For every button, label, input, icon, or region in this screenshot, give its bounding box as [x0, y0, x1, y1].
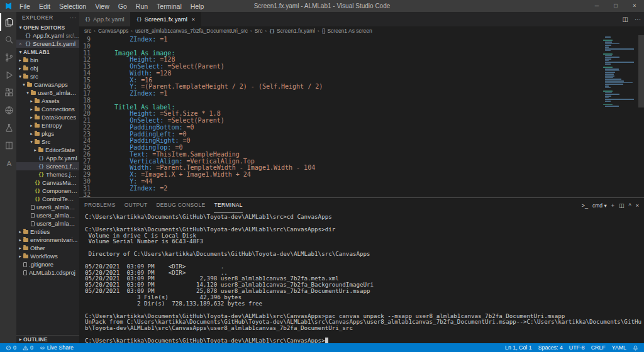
yaml-icon: {} — [38, 155, 44, 161]
outline-header[interactable]: ▸ OUTLINE — [16, 335, 79, 343]
tree-item-controltempl[interactable]: {}ControlTempl... — [16, 195, 79, 203]
azure-icon[interactable]: A — [0, 154, 16, 172]
shell-selector[interactable]: cmd ▾ — [592, 202, 607, 209]
tree-item-src[interactable]: ▾src — [16, 72, 79, 80]
tree-item-app-fx-yaml[interactable]: {}App.fx.yaml — [16, 154, 79, 162]
menu-terminal[interactable]: Terminal — [152, 3, 186, 10]
new-terminal-icon[interactable]: + — [611, 202, 614, 209]
tree-item-entities[interactable]: ▸Entities — [16, 228, 79, 236]
split-editor-icon[interactable]: ◫ — [619, 16, 631, 23]
tree-item-user8-almlab1c[interactable]: user8_almlab1c... — [16, 211, 79, 219]
tree-item-gitignore[interactable]: .gitignore — [16, 260, 79, 268]
folder-icon — [23, 238, 28, 242]
status-notifications[interactable] — [630, 343, 641, 352]
breadcrumb-label: Screen1 As screen — [327, 28, 372, 34]
tree-item-other[interactable]: ▸Other — [16, 244, 79, 252]
menu-selection[interactable]: Selection — [55, 3, 91, 10]
tree-item-datasources[interactable]: ▸DataSources — [16, 113, 79, 121]
status-errors-label: 0 — [13, 344, 16, 351]
menu-file[interactable]: File — [15, 3, 35, 10]
tree-item-canvasapps[interactable]: ▾CanvasApps — [16, 80, 79, 89]
project-root-header[interactable]: ▾ ALMLAB1 — [16, 48, 79, 56]
breadcrumb-label: CanvasApps — [98, 28, 128, 34]
tree-item-obj[interactable]: ▸obj — [16, 64, 79, 72]
search-icon[interactable] — [0, 31, 16, 48]
status-live-share[interactable]: Live Share — [36, 343, 77, 352]
breadcrumb-separator-icon: › — [265, 28, 267, 34]
open-editor-item[interactable]: ×{}Screen1.fx.yaml — [16, 40, 79, 48]
test-icon[interactable] — [0, 119, 16, 136]
menu-go[interactable]: Go — [114, 3, 131, 10]
extensions-icon[interactable] — [0, 84, 16, 101]
status-errors[interactable]: 0 — [3, 343, 19, 352]
panel-tab-problems[interactable]: PROBLEMS — [84, 198, 116, 212]
tree-item-user8-almlab1c[interactable]: ▾user8_almlab1c... — [16, 89, 79, 97]
tree-item-screen1-fx-y[interactable]: {}Screen1.fx.y... — [16, 162, 79, 170]
tree-item-canvasmanife[interactable]: {}CanvasManife... — [16, 179, 79, 187]
maximize-button[interactable]: □ — [606, 0, 625, 12]
tree-item-environmentvari[interactable]: ▸environmentvari... — [16, 236, 79, 244]
close-tab-icon[interactable]: × — [192, 16, 195, 23]
live-share-icon[interactable] — [0, 101, 16, 119]
breadcrumb-item[interactable]: user8_almlab1canvas_7b2fa_DocumentUri_sr… — [135, 28, 248, 34]
tree-item-connections[interactable]: ▸Connections — [16, 105, 79, 113]
breadcrumb-item[interactable]: CanvasApps — [98, 28, 128, 34]
tree-item-themes-json[interactable]: {}Themes.json — [16, 170, 79, 179]
chevron-right-icon: ▸ — [29, 99, 34, 104]
tree-item-bin[interactable]: ▸bin — [16, 56, 79, 64]
open-editors-header[interactable]: ▾ OPEN EDITORS — [16, 23, 79, 31]
open-editor-item[interactable]: {}App.fx.yamlsrc\... — [16, 31, 79, 40]
tree-item-assets[interactable]: ▸Assets — [16, 97, 79, 105]
status-cursor-position[interactable]: Ln 1, Col 1 — [502, 343, 535, 352]
tree-item-user8-almlab1c[interactable]: user8_almlab1c... — [16, 203, 79, 211]
explorer-icon[interactable] — [0, 13, 16, 31]
tree-item-entropy[interactable]: ▸Entropy — [16, 121, 79, 129]
terminal-shell-icon[interactable]: >_ — [582, 202, 588, 209]
editor-scrollbar[interactable] — [638, 35, 644, 107]
maximize-panel-icon[interactable]: ^ — [629, 202, 631, 209]
tree-item-pkgs[interactable]: ▸pkgs — [16, 129, 79, 138]
status-eol[interactable]: CRLF — [588, 343, 609, 352]
source-control-icon[interactable] — [0, 48, 16, 66]
tree-item-componentr[interactable]: {}ComponentR... — [16, 187, 79, 195]
close-panel-icon[interactable]: × — [636, 202, 639, 209]
minimap[interactable] — [601, 36, 638, 197]
terminal-output[interactable]: C:\Users\kartikka\Documents\GitHub\Toyot… — [79, 212, 644, 343]
panel-tab-output[interactable]: OUTPUT — [125, 198, 148, 212]
breadcrumb-separator-icon: › — [318, 28, 319, 34]
panel-tab-debug-console[interactable]: DEBUG CONSOLE — [156, 198, 205, 212]
breadcrumb-item[interactable]: src — [84, 28, 91, 34]
status-warnings[interactable]: 0 — [19, 343, 36, 352]
panel-tab-terminal[interactable]: TERMINAL — [214, 198, 242, 212]
tree-item-almlab1-cdsproj[interactable]: ALMLab1.cdsproj — [16, 268, 79, 277]
minimize-button[interactable]: ─ — [587, 0, 606, 12]
tab-app-fx-yaml[interactable]: {}App.fx.yaml — [79, 12, 131, 26]
split-terminal-icon[interactable]: ◫ — [619, 202, 625, 209]
docs-icon[interactable] — [0, 136, 16, 154]
status-indentation[interactable]: Spaces: 4 — [535, 343, 566, 352]
breadcrumb-item[interactable]: {}Screen1.fx.yaml — [269, 28, 315, 34]
run-debug-icon[interactable] — [0, 66, 16, 84]
close-button[interactable]: × — [625, 0, 644, 12]
breadcrumb-item[interactable]: Src — [255, 28, 263, 34]
status-encoding[interactable]: UTF-8 — [566, 343, 588, 352]
chevron-right-icon: ▸ — [18, 337, 23, 342]
more-actions-icon[interactable]: ··· — [70, 14, 77, 21]
editor-more-actions-icon[interactable]: ··· — [631, 16, 644, 23]
menu-edit[interactable]: Edit — [35, 3, 55, 10]
tree-item-workflows[interactable]: ▸Workflows — [16, 252, 79, 260]
status-language-mode[interactable]: YAML — [609, 343, 630, 352]
breadcrumb-item[interactable]: {}Screen1 As screen — [322, 28, 372, 34]
status-language-mode-label: YAML — [612, 344, 626, 351]
tab-screen1-fx-yaml[interactable]: {}Screen1.fx.yaml× — [131, 12, 201, 26]
chevron-right-icon: ▸ — [29, 123, 34, 128]
menu-view[interactable]: View — [91, 3, 114, 10]
menu-help[interactable]: Help — [186, 3, 209, 10]
tree-item-editorstate[interactable]: ▸EditorState — [16, 146, 79, 154]
close-editor-icon[interactable]: × — [19, 41, 24, 47]
tree-item-user8-almlab1c[interactable]: user8_almlab1c... — [16, 219, 79, 228]
json-icon: {} — [35, 180, 40, 185]
tree-item-src[interactable]: ▾Src — [16, 138, 79, 146]
code-editor[interactable]: 9 ZIndex: =110 11 Image1 As image:12 Hei… — [79, 35, 644, 197]
menu-run[interactable]: Run — [131, 3, 152, 10]
